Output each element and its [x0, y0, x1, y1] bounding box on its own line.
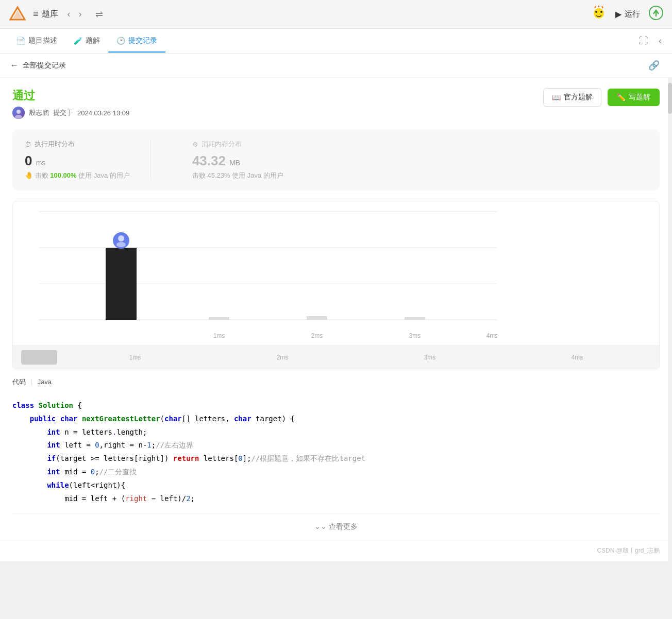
tab-solution-icon: 🧪 — [74, 37, 82, 45]
tabs-right: ⛶ ‹ — [637, 33, 664, 48]
top-navigation: ≡ 题库 ‹ › ⇌ ▶ 运行 — [0, 0, 672, 29]
expand-button[interactable]: ⛶ — [637, 33, 650, 48]
time-desc: 🤚 击败 100.00% 使用 Java 的用户 — [25, 171, 130, 180]
breadcrumb-bar: ← 全部提交记录 🔗 — [0, 54, 672, 78]
next-button[interactable]: › — [76, 7, 85, 22]
svg-line-5 — [595, 6, 596, 8]
status-pass: 通过 — [12, 88, 129, 104]
tab-submissions[interactable]: 🕐 提交记录 — [108, 30, 165, 53]
tab-solution[interactable]: 🧪 题解 — [65, 30, 108, 53]
hand-icon: 🤚 — [25, 171, 33, 179]
tab-solution-label: 题解 — [86, 36, 100, 45]
code-line-4: int left = 0,right = n-1;//左右边界 — [12, 439, 660, 452]
time-title: ⏱ 执行用时分布 — [25, 140, 130, 149]
code-line-5: if(target >= letters[right]) return lett… — [12, 452, 660, 466]
clock-icon: ⏱ — [25, 141, 31, 148]
tabs-bar: 📄 题目描述 🧪 题解 🕐 提交记录 ⛶ ‹ — [0, 29, 672, 54]
scrollbar-thumb[interactable] — [668, 83, 672, 114]
nav-right: ▶ 运行 — [591, 5, 664, 24]
mem-title: ⚙ 消耗内存分布 — [192, 140, 283, 149]
code-lang: Java — [38, 378, 52, 386]
run-button[interactable]: ▶ 运行 — [615, 9, 640, 19]
code-meta: 代码 | Java — [12, 377, 660, 387]
problem-bank-icon: ≡ — [33, 9, 39, 20]
official-solution-button[interactable]: 📖 官方题解 — [543, 88, 601, 107]
svg-text:2ms: 2ms — [311, 332, 323, 339]
main-wrapper: 通过 — [0, 78, 672, 561]
shuffle-button[interactable]: ⇌ — [91, 7, 107, 22]
tab-description[interactable]: 📄 题目描述 — [8, 30, 65, 53]
tab-submissions-label: 提交记录 — [128, 36, 157, 45]
time-value: 0 ms — [25, 153, 130, 169]
svg-text:100%: 100% — [20, 244, 36, 251]
problem-bank-label: 题库 — [42, 9, 58, 20]
code-line-2: public char nextGreatestLetter(char[] le… — [12, 412, 660, 426]
write-solution-button[interactable]: ✏️ 写题解 — [608, 89, 660, 106]
upload-button[interactable] — [648, 5, 664, 24]
tab-description-icon: 📄 — [16, 37, 25, 45]
view-more-label: 查看更多 — [329, 522, 358, 530]
svg-rect-22 — [209, 317, 229, 320]
svg-text:3ms: 3ms — [409, 332, 421, 339]
code-line-7: while(left<right){ — [12, 479, 660, 492]
svg-line-7 — [602, 6, 603, 8]
time-stat: ⏱ 执行用时分布 0 ms 🤚 击败 100.00% 使用 Java 的用户 — [25, 140, 130, 180]
view-more-chevron: ⌄⌄ — [314, 522, 329, 530]
code-line-8: mid = left + (right − left)/2; — [12, 492, 660, 506]
view-more[interactable]: ⌄⌄ 查看更多 — [12, 513, 660, 540]
svg-point-3 — [595, 11, 597, 13]
official-btn-label: 官方题解 — [564, 93, 593, 102]
stats-card: ⏱ 执行用时分布 0 ms 🤚 击败 100.00% 使用 Java 的用户 — [12, 129, 660, 191]
code-section: 代码 | Java class Solution { public char n… — [12, 377, 660, 513]
timeline-label-3ms: 3ms — [424, 354, 436, 361]
page-footer: CSDN @殷丨grd_志鹏 — [0, 540, 672, 561]
share-link-button[interactable]: 🔗 — [646, 58, 662, 73]
code-line-6: int mid = 0;//二分查找 — [12, 466, 660, 479]
memory-icon: ⚙ — [192, 141, 198, 148]
edit-icon: ✏️ — [617, 93, 626, 101]
svg-rect-24 — [405, 317, 425, 320]
timeline-label-2ms: 2ms — [277, 354, 289, 361]
scrollbar[interactable] — [668, 78, 672, 561]
timeline-label-1ms: 1ms — [129, 354, 141, 361]
svg-text:1ms: 1ms — [213, 332, 225, 339]
timeline-scroll[interactable]: 1ms 2ms 3ms 4ms — [13, 346, 659, 369]
mem-stat: ⚙ 消耗内存分布 43.32 MB 击败 45.23% 使用 Java 的用户 — [172, 140, 283, 180]
status-header: 通过 — [12, 88, 660, 119]
timeline-thumb — [21, 350, 57, 365]
code-line-1: class Solution { — [12, 399, 660, 412]
svg-rect-23 — [307, 316, 327, 320]
logo-icon[interactable] — [8, 5, 27, 24]
status-meta: 殷志鹏 提交于 2024.03.26 13:09 — [12, 107, 129, 119]
mem-desc: 击败 45.23% 使用 Java 的用户 — [192, 171, 283, 180]
nav-arrows: ‹ › — [64, 7, 85, 22]
breadcrumb-text: 全部提交记录 — [23, 61, 66, 70]
svg-text:50%: 50% — [24, 280, 36, 287]
status-left: 通过 — [12, 88, 129, 119]
mem-value: 43.32 MB — [192, 153, 283, 169]
book-icon: 📖 — [552, 93, 561, 101]
svg-point-4 — [600, 11, 602, 13]
tab-submissions-icon: 🕐 — [116, 37, 125, 45]
svg-text:150%: 150% — [20, 208, 36, 215]
back-arrow-icon: ← — [10, 61, 19, 70]
code-line-3: int n = letters.length; — [12, 426, 660, 439]
prev-button[interactable]: ‹ — [64, 7, 74, 22]
link-icon: 🔗 — [648, 60, 660, 71]
collapse-button[interactable]: ‹ — [657, 33, 664, 48]
timeline-label-4ms: 4ms — [572, 354, 583, 361]
username: 殷志鹏 — [29, 108, 49, 117]
svg-point-11 — [16, 110, 21, 114]
debug-button[interactable] — [591, 5, 607, 23]
svg-rect-21 — [106, 248, 137, 320]
svg-text:4ms: 4ms — [486, 332, 498, 339]
timeline-labels: 1ms 2ms 3ms 4ms — [61, 354, 651, 361]
performance-chart: 150% 100% 50% 0% 1ms 2ms 3ms 4ms — [13, 201, 508, 346]
chart-container: 150% 100% 50% 0% 1ms 2ms 3ms 4ms — [12, 201, 660, 369]
write-btn-label: 写题解 — [629, 93, 650, 102]
stats-row: ⏱ 执行用时分布 0 ms 🤚 击败 100.00% 使用 Java 的用户 — [25, 140, 647, 180]
problem-bank-nav[interactable]: ≡ 题库 — [33, 9, 58, 20]
back-to-all-link[interactable]: ← 全部提交记录 — [10, 61, 66, 70]
tab-description-label: 题目描述 — [28, 36, 57, 45]
code-label: 代码 — [12, 378, 26, 386]
